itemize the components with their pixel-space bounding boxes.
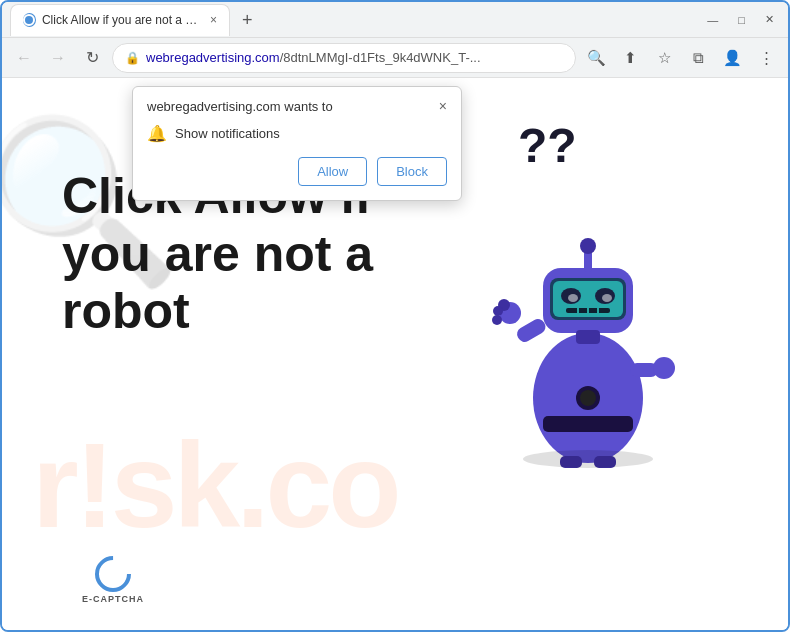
forward-button[interactable]: → — [44, 44, 72, 72]
allow-button[interactable]: Allow — [298, 157, 367, 186]
captcha-logo: E-CAPTCHA — [82, 556, 144, 604]
svg-point-21 — [653, 357, 675, 379]
svg-point-10 — [602, 294, 612, 302]
block-button[interactable]: Block — [377, 157, 447, 186]
minimize-button[interactable]: — — [701, 12, 724, 28]
tab-favicon-icon — [23, 13, 36, 27]
split-icon[interactable]: ⧉ — [684, 44, 712, 72]
toolbar-icons: 🔍 ⬆ ☆ ⧉ 👤 ⋮ — [582, 44, 780, 72]
popup-header: webregadvertising.com wants to × — [147, 99, 447, 114]
address-input[interactable]: 🔒 webregadvertising.com/8dtnLMMgI-d1Fts_… — [112, 43, 576, 73]
svg-rect-3 — [543, 416, 633, 432]
popup-title: webregadvertising.com wants to — [147, 99, 333, 114]
lock-icon: 🔒 — [125, 51, 140, 65]
menu-icon[interactable]: ⋮ — [752, 44, 780, 72]
tab-title: Click Allow if you are not a robot — [42, 13, 200, 27]
popup-close-button[interactable]: × — [439, 99, 447, 113]
popup-buttons: Allow Block — [147, 157, 447, 186]
share-icon[interactable]: ⬆ — [616, 44, 644, 72]
address-bar: ← → ↻ 🔒 webregadvertising.com/8dtnLMMgI-… — [2, 38, 788, 78]
bookmark-icon[interactable]: ☆ — [650, 44, 678, 72]
captcha-c-icon — [88, 549, 139, 600]
close-button[interactable]: ✕ — [759, 11, 780, 28]
tab-close-icon[interactable]: × — [210, 13, 217, 27]
svg-rect-18 — [515, 316, 548, 344]
svg-point-16 — [580, 238, 596, 254]
popup-notification-row: 🔔 Show notifications — [147, 124, 447, 143]
profile-icon[interactable]: 👤 — [718, 44, 746, 72]
active-tab[interactable]: Click Allow if you are not a robot × — [10, 4, 230, 36]
search-icon[interactable]: 🔍 — [582, 44, 610, 72]
window-controls: — □ ✕ — [701, 11, 780, 28]
notification-text: Show notifications — [175, 126, 280, 141]
url-display: webregadvertising.com/8dtnLMMgI-d1Fts_9k… — [146, 50, 563, 65]
svg-rect-17 — [576, 330, 600, 344]
robot-svg — [488, 168, 688, 472]
svg-point-2 — [580, 390, 596, 406]
back-button[interactable]: ← — [10, 44, 38, 72]
svg-point-24 — [492, 315, 502, 325]
svg-point-9 — [568, 294, 578, 302]
content-area: r!sk.co 🔍 Click Allow ifyou are not arob… — [2, 78, 788, 632]
notification-popup: webregadvertising.com wants to × 🔔 Show … — [132, 86, 462, 201]
reload-button[interactable]: ↻ — [78, 44, 106, 72]
robot-shadow — [523, 450, 653, 468]
robot-illustration: ?? — [448, 108, 728, 488]
new-tab-button[interactable]: + — [234, 11, 261, 29]
tab-strip: Click Allow if you are not a robot × + — [10, 2, 693, 37]
url-path: /8dtnLMMgI-d1Fts_9k4dWNK_T-... — [280, 50, 481, 65]
title-bar: Click Allow if you are not a robot × + —… — [2, 2, 788, 38]
svg-point-23 — [493, 306, 503, 316]
question-marks: ?? — [518, 118, 577, 173]
maximize-button[interactable]: □ — [732, 12, 751, 28]
url-host: webregadvertising.com — [146, 50, 280, 65]
watermark-text: r!sk.co — [32, 416, 398, 554]
bell-icon: 🔔 — [147, 124, 167, 143]
captcha-label: E-CAPTCHA — [82, 594, 144, 604]
